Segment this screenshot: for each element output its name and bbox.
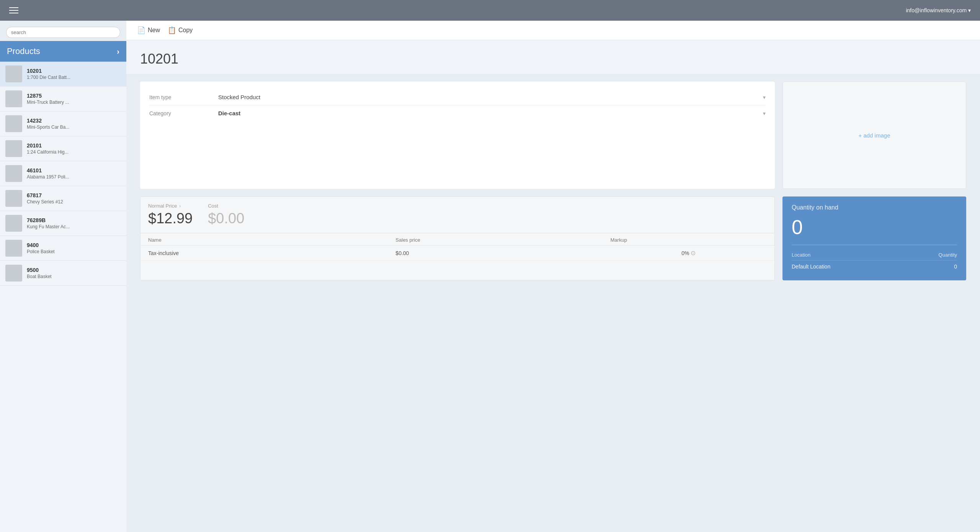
list-item[interactable]: 46101 Alabama 1957 Poli... <box>0 161 126 186</box>
row-quantity: 0 <box>903 260 957 273</box>
item-code: 12875 <box>27 93 121 99</box>
new-button[interactable]: 📄 New <box>137 26 160 34</box>
item-thumbnail <box>5 240 22 257</box>
content-area: Item type Stocked Product ▾ Category Die… <box>126 74 980 532</box>
row-name: Tax-inclusive <box>140 246 388 261</box>
item-code: 76289B <box>27 217 121 223</box>
item-thumbnail <box>5 215 22 232</box>
item-info: 46101 Alabama 1957 Poli... <box>27 167 121 180</box>
col-sales-price: Sales price <box>388 233 603 246</box>
product-title-section: 10201 <box>126 40 980 74</box>
item-info: 9400 Police Basket <box>27 242 121 254</box>
row-sales-price: $0.00 <box>388 246 603 261</box>
list-item[interactable]: 76289B Kung Fu Master Ac... <box>0 211 126 236</box>
item-code: 46101 <box>27 167 121 174</box>
pricing-table-header: Name Sales price Markup <box>140 233 774 246</box>
toolbar: 📄 New 📋 Copy <box>126 21 980 40</box>
item-name: Police Basket <box>27 249 121 254</box>
item-code: 14232 <box>27 118 121 124</box>
item-code: 20101 <box>27 142 121 149</box>
row-action-icon[interactable]: ⊙ <box>691 250 696 256</box>
row-location: Default Location <box>792 260 903 273</box>
image-panel[interactable]: + add image <box>782 82 966 189</box>
item-code: 67817 <box>27 192 121 198</box>
item-thumbnail <box>5 140 22 157</box>
item-name: Chevy Series #12 <box>27 199 121 205</box>
item-code: 9500 <box>27 267 121 273</box>
item-name: Boat Basket <box>27 274 121 279</box>
table-row: Default Location 0 <box>792 260 957 273</box>
add-image-link[interactable]: + add image <box>859 132 890 139</box>
list-item[interactable]: 10201 1:700 Die Cast Batt... <box>0 62 126 87</box>
cost-block: Cost $0.00 <box>208 203 244 227</box>
sidebar-category[interactable]: Products › <box>0 41 126 62</box>
pricing-panel: Normal Price › $12.99 Cost $0.00 <box>140 196 775 280</box>
top-row: Item type Stocked Product ▾ Category Die… <box>140 82 966 189</box>
item-thumbnail <box>5 190 22 207</box>
normal-price-value: $12.99 <box>148 210 193 227</box>
user-menu[interactable]: info@inflowinventory.com <box>906 7 971 13</box>
chevron-right-icon: › <box>117 47 119 56</box>
row-markup: 0% ⊙ <box>603 246 774 261</box>
topbar: info@inflowinventory.com <box>0 0 980 21</box>
col-markup: Markup <box>603 233 774 246</box>
item-name: 1:24 California Hig... <box>27 149 121 155</box>
sidebar-search-wrap <box>0 21 126 41</box>
item-name: Mini-Sports Car Ba... <box>27 124 121 130</box>
list-item[interactable]: 14232 Mini-Sports Car Ba... <box>0 111 126 136</box>
item-name: 1:700 Die Cast Batt... <box>27 75 121 80</box>
list-item[interactable]: 12875 Mini-Truck Battery ... <box>0 87 126 111</box>
qty-title: Quantity on hand <box>792 204 957 211</box>
category-value-wrap: Die-cast ▾ <box>218 110 766 116</box>
pricing-table: Name Sales price Markup Tax-inclusive $0… <box>140 233 774 261</box>
table-row: Tax-inclusive $0.00 0% ⊙ <box>140 246 774 261</box>
search-input[interactable] <box>6 27 120 38</box>
copy-button[interactable]: 📋 Copy <box>168 26 193 34</box>
fields-panel: Item type Stocked Product ▾ Category Die… <box>140 82 775 189</box>
sidebar-list: 10201 1:700 Die Cast Batt... 12875 Mini-… <box>0 62 126 532</box>
item-thumbnail <box>5 165 22 182</box>
item-type-label: Item type <box>149 94 218 100</box>
category-dropdown-icon[interactable]: ▾ <box>763 110 766 116</box>
item-type-dropdown-icon[interactable]: ▾ <box>763 94 766 100</box>
item-thumbnail <box>5 90 22 107</box>
cost-value: $0.00 <box>208 210 244 227</box>
price-chevron-icon: › <box>179 203 181 209</box>
cost-label: Cost <box>208 203 244 209</box>
item-info: 10201 1:700 Die Cast Batt... <box>27 68 121 80</box>
item-thumbnail <box>5 265 22 282</box>
item-info: 67817 Chevy Series #12 <box>27 192 121 205</box>
item-code: 9400 <box>27 242 121 248</box>
bottom-row: Normal Price › $12.99 Cost $0.00 <box>140 196 966 280</box>
copy-icon: 📋 <box>168 26 176 34</box>
new-icon: 📄 <box>137 26 145 34</box>
col-location: Location <box>792 250 903 260</box>
col-name: Name <box>140 233 388 246</box>
sidebar-category-label: Products <box>7 46 40 56</box>
sidebar: Products › 10201 1:700 Die Cast Batt... … <box>0 21 126 532</box>
item-code: 10201 <box>27 68 121 74</box>
item-thumbnail <box>5 115 22 132</box>
item-type-row: Item type Stocked Product ▾ <box>149 89 766 105</box>
normal-price-label: Normal Price › <box>148 203 193 209</box>
item-type-value: Stocked Product <box>218 94 260 100</box>
category-row: Category Die-cast ▾ <box>149 105 766 121</box>
qty-number: 0 <box>792 216 957 239</box>
col-qty: Quantity <box>903 250 957 260</box>
item-thumbnail <box>5 65 22 82</box>
item-info: 76289B Kung Fu Master Ac... <box>27 217 121 229</box>
hamburger-menu[interactable] <box>9 7 18 13</box>
quantity-panel: Quantity on hand 0 Location Quantity Def… <box>782 196 966 280</box>
list-item[interactable]: 67817 Chevy Series #12 <box>0 186 126 211</box>
item-type-value-wrap: Stocked Product ▾ <box>218 94 766 100</box>
category-label: Category <box>149 110 218 116</box>
qty-table-header: Location Quantity <box>792 250 957 260</box>
list-item[interactable]: 9400 Police Basket <box>0 236 126 261</box>
category-value: Die-cast <box>218 110 240 116</box>
item-name: Kung Fu Master Ac... <box>27 224 121 229</box>
normal-price-block: Normal Price › $12.99 <box>148 203 193 227</box>
list-item[interactable]: 9500 Boat Basket <box>0 261 126 286</box>
item-name: Mini-Truck Battery ... <box>27 100 121 105</box>
main-content: 📄 New 📋 Copy 10201 Item type Stoc <box>126 21 980 532</box>
list-item[interactable]: 20101 1:24 California Hig... <box>0 136 126 161</box>
